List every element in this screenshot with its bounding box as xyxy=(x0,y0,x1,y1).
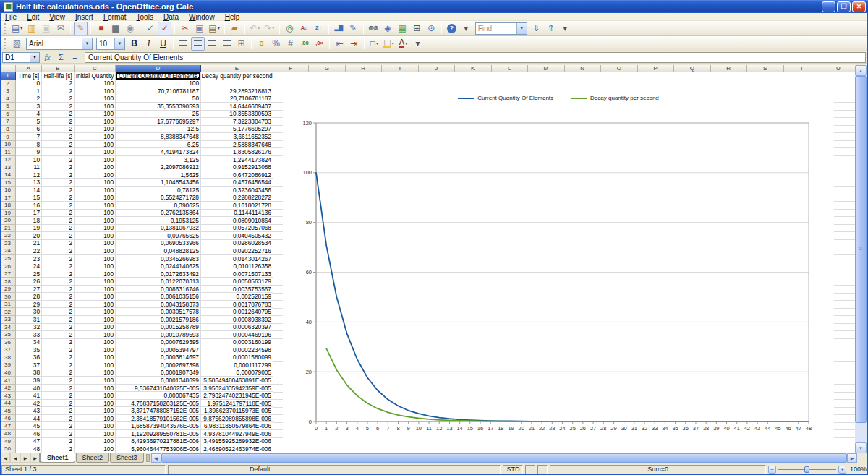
cell-B31[interactable]: 2 xyxy=(42,301,75,309)
cell-B6[interactable]: 2 xyxy=(42,111,75,119)
first-sheet-button[interactable]: ◀ xyxy=(0,453,10,463)
cell-B17[interactable]: 2 xyxy=(42,194,75,202)
navigator-icon[interactable]: ◈ xyxy=(381,22,395,35)
cell-A42[interactable]: 40 xyxy=(16,385,42,393)
row-header-22[interactable]: 22 xyxy=(0,232,16,240)
cell-C9[interactable]: 100 xyxy=(75,133,116,141)
open-document-icon[interactable]: ▥ xyxy=(25,22,38,35)
vertical-scrollbar-thumb[interactable] xyxy=(855,76,867,423)
export-pdf-icon[interactable]: ■ xyxy=(94,22,108,35)
column-header-E[interactable]: E xyxy=(201,65,273,72)
cell-E34[interactable]: 0,0006320397 xyxy=(201,324,273,332)
zoom-out-icon[interactable]: − xyxy=(768,466,776,474)
cell-C15[interactable]: 100 xyxy=(75,179,116,187)
scroll-right-button[interactable]: ▶ xyxy=(847,453,857,463)
cell-C30[interactable]: 100 xyxy=(75,293,116,301)
cell-C45[interactable]: 100 xyxy=(75,407,116,415)
last-sheet-button[interactable]: ▶ xyxy=(30,453,41,463)
zoom-slider-thumb[interactable] xyxy=(804,466,809,473)
cell-E4[interactable]: 20,7106781187 xyxy=(201,95,273,103)
styles-and-formatting-icon[interactable]: ▧ xyxy=(10,37,24,51)
cell-C25[interactable]: 100 xyxy=(75,255,116,263)
previous-sheet-button[interactable]: ◀ xyxy=(10,453,20,463)
row-header-31[interactable]: 31 xyxy=(0,301,16,309)
cell-C4[interactable]: 100 xyxy=(75,95,116,103)
cell-B50[interactable]: 2 xyxy=(42,445,75,453)
cell-C14[interactable]: 100 xyxy=(75,171,116,179)
cell-E18[interactable]: 0,1618021728 xyxy=(201,202,273,210)
cell-B15[interactable]: 2 xyxy=(42,179,75,187)
row-header-1[interactable]: 1 xyxy=(0,72,16,80)
tab-splitter[interactable] xyxy=(146,454,150,462)
borders-dropdown-icon[interactable]: ▾ xyxy=(376,41,378,46)
paste-dropdown-icon[interactable]: ▾ xyxy=(218,26,220,30)
cell-B20[interactable]: 2 xyxy=(42,217,75,225)
select-all-corner[interactable] xyxy=(0,65,16,72)
number-format-standard-icon[interactable]: # xyxy=(284,37,297,51)
cell-B16[interactable]: 2 xyxy=(42,187,75,194)
cell-E5[interactable]: 14,6446609407 xyxy=(201,103,273,111)
column-header-U[interactable]: U xyxy=(820,65,857,72)
cell-D10[interactable]: 6,25 xyxy=(116,141,201,149)
cell-D40[interactable]: 0,0001907349 xyxy=(116,369,201,377)
cell-A46[interactable]: 44 xyxy=(16,415,42,423)
cell-B11[interactable]: 2 xyxy=(42,148,75,156)
row-header-21[interactable]: 21 xyxy=(0,225,16,233)
column-header-S[interactable]: S xyxy=(747,65,784,72)
cell-E15[interactable]: 0,4576456544 xyxy=(201,179,273,187)
cell-C26[interactable]: 100 xyxy=(75,262,116,270)
scroll-up-button[interactable]: ▲ xyxy=(855,65,867,76)
cell-A8[interactable]: 6 xyxy=(16,126,42,134)
edit-mode-icon[interactable]: ✎ xyxy=(74,22,88,35)
cell-E30[interactable]: 0,002528159 xyxy=(201,293,273,301)
row-header-11[interactable]: 11 xyxy=(0,148,16,156)
zoom-in-icon[interactable]: + xyxy=(838,466,846,474)
cell-B37[interactable]: 2 xyxy=(42,346,75,354)
cell-A7[interactable]: 5 xyxy=(16,118,42,126)
cell-E25[interactable]: 0,0143014267 xyxy=(201,255,273,263)
cell-B48[interactable]: 2 xyxy=(42,430,75,438)
format-paintbrush-icon[interactable]: ▰ xyxy=(228,22,242,35)
cell-E10[interactable]: 2,5888347648 xyxy=(201,141,273,149)
new-document-dropdown-icon[interactable]: ▾ xyxy=(20,26,22,30)
status-page-style[interactable]: Default xyxy=(168,465,501,474)
cell-C32[interactable]: 100 xyxy=(75,308,116,316)
font-size-select[interactable]: 10 ▼ xyxy=(96,38,125,50)
cell-B30[interactable]: 2 xyxy=(42,293,75,301)
cell-B42[interactable]: 2 xyxy=(42,385,75,393)
align-justified-icon[interactable] xyxy=(220,37,234,51)
row-header-27[interactable]: 27 xyxy=(0,270,16,278)
decrease-indent-icon[interactable]: ⇤ xyxy=(333,37,346,51)
data-sources-icon[interactable]: ⊞ xyxy=(410,22,424,35)
cell-D24[interactable]: 0,048828125 xyxy=(116,247,201,255)
background-color-icon[interactable]: ▢▾ xyxy=(382,37,396,51)
row-header-48[interactable]: 48 xyxy=(0,430,16,438)
horizontal-scrollbar-thumb[interactable] xyxy=(161,453,847,463)
cell-E3[interactable]: 29,2893218813 xyxy=(201,87,273,95)
cut-icon[interactable]: ✂ xyxy=(178,22,192,35)
row-header-20[interactable]: 20 xyxy=(0,217,16,225)
row-header-4[interactable]: 4 xyxy=(0,95,16,103)
cell-C39[interactable]: 100 xyxy=(75,361,116,369)
cell-E49[interactable]: 3,49155925289932E-006 xyxy=(201,438,273,446)
cell-B40[interactable]: 2 xyxy=(42,369,75,377)
cell-E48[interactable]: 4,93781044927949E-006 xyxy=(201,430,273,438)
cell-B10[interactable]: 2 xyxy=(42,141,75,149)
row-header-3[interactable]: 3 xyxy=(0,87,16,95)
cell-E29[interactable]: 0,0035753567 xyxy=(201,286,273,294)
cell-A33[interactable]: 31 xyxy=(16,316,42,324)
cell-E33[interactable]: 0,0008938392 xyxy=(201,316,273,324)
cell-E43[interactable]: 2,79324740231945E-005 xyxy=(201,392,273,400)
cell-E16[interactable]: 0,3236043456 xyxy=(201,187,273,194)
cell-B32[interactable]: 2 xyxy=(42,308,75,316)
toolbar-overflow-icon[interactable]: ▾ xyxy=(459,22,473,35)
column-header-H[interactable]: H xyxy=(346,65,383,72)
row-header-33[interactable]: 33 xyxy=(0,316,16,324)
column-header-G[interactable]: G xyxy=(309,65,346,72)
cell-E38[interactable]: 0,0001580099 xyxy=(201,354,273,362)
cell-A18[interactable]: 16 xyxy=(16,202,42,210)
cell-C17[interactable]: 100 xyxy=(75,194,116,202)
cell-B21[interactable]: 2 xyxy=(42,225,75,233)
find-previous-icon[interactable]: ⇑ xyxy=(544,22,558,35)
cell-C12[interactable]: 100 xyxy=(75,156,116,164)
